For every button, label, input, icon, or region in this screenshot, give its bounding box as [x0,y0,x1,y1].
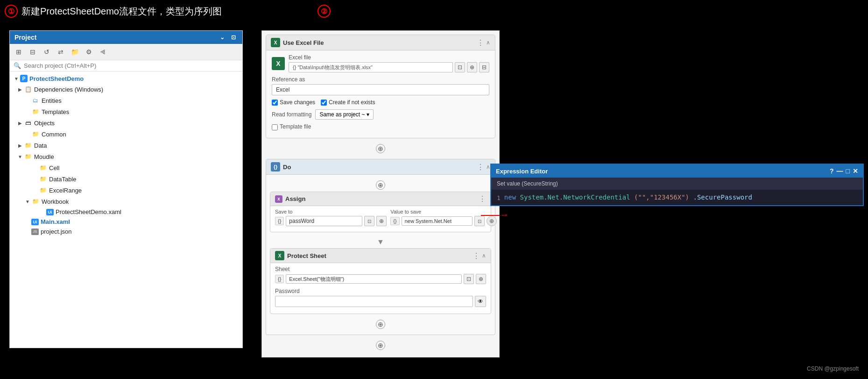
new-folder-btn[interactable]: ⊟ [28,47,38,57]
settings-btn[interactable]: ⚙ [84,47,94,57]
reference-as-input[interactable] [272,84,489,95]
tree-item-excelrange[interactable]: ▶ 📁 ExcelRange [10,185,242,196]
folder-icon-common: 📁 [31,130,40,138]
do-block: {} Do ⋮ ∧ ⊕ x Assign ⋮ [266,159,495,335]
sheet-input[interactable] [286,274,462,284]
tree-label-objects: Objects [34,120,55,127]
add-var-btn[interactable]: ⊕ [376,216,387,226]
folder-icon-deps: 📋 [24,85,32,93]
add-activity-btn-do-top[interactable]: ⊕ [376,180,385,190]
protect-more-options[interactable]: ⋮ [473,251,480,260]
minimize-btn[interactable]: ⌄ [218,34,226,41]
use-excel-title: X Use Excel File [271,38,324,47]
use-excel-header: X Use Excel File ⋮ ∧ [266,35,495,50]
refresh-btn[interactable]: ↺ [42,47,52,57]
maximize-btn[interactable]: ⊡ [229,34,238,41]
folder-icon-excelrange: 📁 [39,186,47,194]
sync-btn[interactable]: ⇄ [56,47,66,57]
tree-item-protectsheetdemo-xaml[interactable]: ▶ Ui ProtectSheetDemo.xaml [10,207,242,217]
tree-item-common[interactable]: ▶ 📁 Common [10,129,242,140]
folder-btn[interactable]: 📁 [70,47,80,57]
line-number: 1 [497,193,501,201]
template-file-checkbox[interactable] [272,124,278,130]
expr-titlebar: Expression Editor ? — □ ✕ [491,164,863,178]
tree-item-workbook[interactable]: ▼ 📁 Workbook [10,196,242,207]
use-excel-block: X Use Excel File ⋮ ∧ X Excel file ⊡ ⊕ ⊟ [266,35,495,138]
protect-title-text: Protect Sheet [287,252,326,259]
protect-title: X Protect Sheet [275,251,326,260]
tree-item-protectsheetdemo[interactable]: ▼ P ProtectSheetDemo [10,73,242,84]
add-activity-btn-do-bottom[interactable]: ⊕ [376,320,385,329]
circle-2: ② [318,5,331,18]
password-label: Password [275,288,486,294]
tree-item-objects[interactable]: ▶ 🗃 Objects [10,117,242,129]
do-collapse[interactable]: ∧ [486,164,490,170]
ui-icon-main-xaml: Ui [31,219,39,225]
tree-item-templates[interactable]: ▶ 📁 Templates [10,106,242,117]
password-eye-btn[interactable]: 👁 [475,296,486,307]
sheet-expand-btn[interactable]: ⊡ [464,274,474,284]
protect-controls: ⋮ ∧ [473,251,486,260]
add-activity-btn-1[interactable]: ⊕ [376,144,385,153]
create-if-not-exists-checkbox[interactable] [321,100,327,106]
tree-label-workbook: Workbook [42,198,69,205]
do-title: {} Do [271,162,291,172]
read-formatting-select[interactable]: Same as project ~ ▾ [315,109,374,120]
add-activity-btn-2[interactable]: ⊕ [376,341,385,350]
new-file-btn[interactable]: ⊞ [14,47,24,57]
assign-icon: x [275,195,282,203]
tree-item-datatable[interactable]: ▶ 📁 DataTable [10,173,242,185]
folder-icon-datatable: 📁 [39,175,47,183]
project-icon: P [20,75,28,82]
tree-item-dependencies[interactable]: ▶ 📋 Dependencies (Windows) [10,84,242,95]
expr-help-btn[interactable]: ? [830,167,834,175]
template-file-row: Template file [272,123,489,131]
tree-item-data[interactable]: ▶ 📁 Data [10,140,242,151]
expr-maximize-btn[interactable]: □ [846,167,850,175]
save-changes-label[interactable]: Save changes [272,99,315,106]
excel-file-input-row: ⊡ ⊕ ⊟ [289,62,489,72]
reference-as-row: Reference as [272,76,489,95]
more-options-btn[interactable]: ⋮ [477,38,484,47]
search-input[interactable] [24,62,239,69]
tree-item-entities[interactable]: ▶ 🗂 Entities [10,95,242,106]
curly-badge-value: {} [390,217,399,225]
expr-code[interactable]: new System.Net.NetworkCredential ("","12… [504,193,752,201]
excel-file-row: X Excel file ⊡ ⊕ ⊟ [272,54,489,72]
tree-item-moudle[interactable]: ▼ 📁 Moudle [10,151,242,162]
project-tree: ▼ P ProtectSheetDemo ▶ 📋 Dependencies (W… [10,72,242,348]
sheet-add-btn[interactable]: ⊕ [476,274,486,284]
remove-icon-btn[interactable]: ⊟ [479,62,489,72]
create-if-not-exists-label[interactable]: Create if not exists [321,99,375,106]
assign-title: x Assign [275,195,305,203]
excel-file-label: Excel file [289,54,489,61]
expr-minimize-btn[interactable]: — [837,167,843,175]
tree-item-main-xaml[interactable]: ▶ Ui Main.xaml [10,217,242,227]
add-icon-btn[interactable]: ⊕ [467,62,477,72]
protect-body: Sheet {} ⊡ ⊕ Password 👁 [270,263,491,314]
protect-collapse[interactable]: ∧ [482,252,486,259]
password-input[interactable] [275,296,473,307]
sheet-row: Sheet {} ⊡ ⊕ [275,266,486,284]
tree-item-cell[interactable]: ▶ 📁 Cell [10,162,242,173]
do-more-options[interactable]: ⋮ [477,163,484,172]
project-title: Project [14,34,36,41]
expr-subheader-text: Set value (SecureString) [497,180,558,187]
tree-label-excelrange: ExcelRange [49,187,82,194]
expr-close-btn[interactable]: ✕ [853,167,858,175]
resize-icon-btn[interactable]: ⊡ [455,62,465,72]
assign-more-options[interactable]: ⋮ [479,194,486,203]
assign-save-to-input[interactable] [286,216,362,226]
objects-icon: 🗃 [24,119,32,127]
collapse-btn[interactable]: ∧ [486,39,490,46]
save-changes-checkbox[interactable] [272,100,278,106]
assign-value-input[interactable] [402,216,473,226]
tree-item-project-json[interactable]: ▶ JS project.json [10,227,242,236]
code-args: ("","123456X") [634,193,689,201]
excel-file-input[interactable] [289,62,453,72]
expand-btn[interactable]: ⊡ [364,216,374,226]
expr-title: Expression Editor [496,168,548,175]
filter-btn[interactable]: ⫷ [98,47,108,57]
template-file-label: Template file [280,123,311,130]
expr-body: 1 new System.Net.NetworkCredential ("","… [491,190,863,205]
